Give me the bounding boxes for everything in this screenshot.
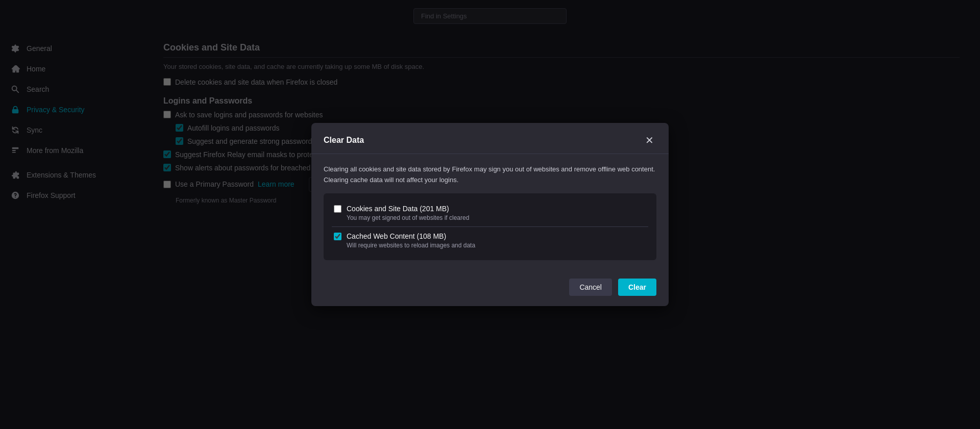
dialog-close-button[interactable]: ✕ [642, 133, 656, 147]
cache-option-sublabel: Will require websites to reload images a… [347, 242, 646, 249]
cookies-option-sublabel: You may get signed out of websites if cl… [347, 214, 646, 221]
dialog-body: Clearing all cookies and site data store… [311, 154, 669, 271]
cancel-button[interactable]: Cancel [569, 279, 612, 296]
cache-option-checkbox[interactable] [334, 233, 341, 240]
dialog-header: Clear Data ✕ [311, 123, 669, 154]
cookies-option-checkbox[interactable] [334, 205, 341, 213]
cookies-option-label: Cookies and Site Data (201 MB) [347, 205, 449, 213]
modal-overlay: Clear Data ✕ Clearing all cookies and si… [0, 0, 980, 429]
clear-data-dialog: Clear Data ✕ Clearing all cookies and si… [311, 123, 669, 307]
dialog-title: Clear Data [324, 136, 364, 145]
dialog-warning-text: Clearing all cookies and site data store… [324, 164, 656, 186]
cookies-option: Cookies and Site Data (201 MB) You may g… [332, 199, 648, 226]
clear-button[interactable]: Clear [618, 279, 656, 296]
cache-option: Cached Web Content (108 MB) Will require… [332, 226, 648, 254]
dialog-footer: Cancel Clear [311, 270, 669, 306]
cache-option-label: Cached Web Content (108 MB) [347, 232, 446, 240]
clear-options-group: Cookies and Site Data (201 MB) You may g… [324, 193, 656, 260]
